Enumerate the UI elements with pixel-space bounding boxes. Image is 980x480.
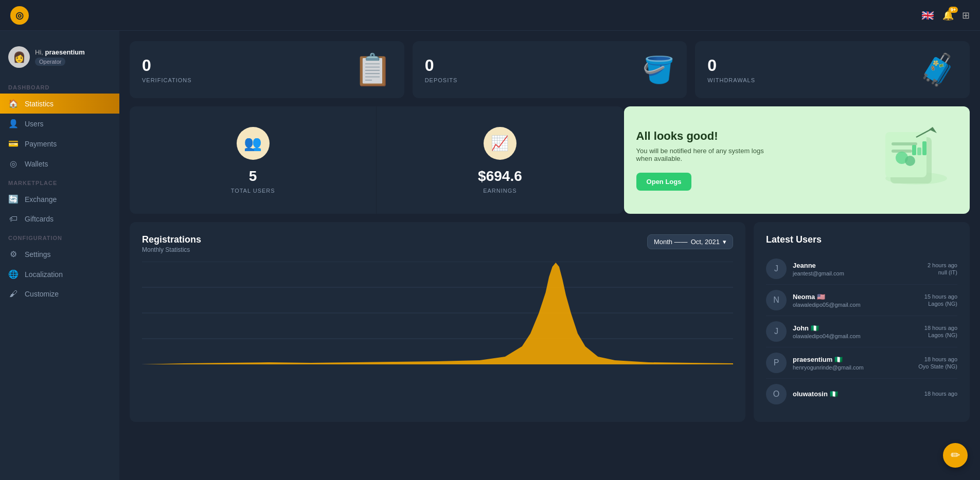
withdrawals-illustration: 🧳 [919,51,957,88]
user-info-jeanne: Jeanne jeantest@gmail.com [793,262,921,276]
user-role: Operator [35,58,65,66]
svg-rect-8 [917,147,921,155]
open-logs-button[interactable]: Open Logs [636,173,692,191]
user-ago: 18 hours ago [924,391,957,397]
registrations-subtitle: Monthly Statistics [142,246,201,253]
svg-rect-9 [922,141,926,155]
user-row-john: J John 🇳🇬 olawaledipo04@gmail.com 18 hou… [766,316,957,347]
user-time-john: 18 hours ago Lagos (NG) [924,325,957,338]
verifications-illustration: 📋 [353,51,392,88]
user-info-john: John 🇳🇬 olawaledipo04@gmail.com [793,324,918,339]
svg-rect-7 [912,145,916,155]
sidebar-item-settings[interactable]: ⚙ Settings [0,244,119,264]
payments-icon: 💳 [8,139,19,149]
user-avatar-neoma: N [766,290,787,310]
sidebar-item-giftcards[interactable]: 🏷 Giftcards [0,209,119,229]
avatar: 👩 [8,46,30,68]
user-info: Hi, praesentium Operator [35,48,85,66]
user-row-oluwatosin: O oluwatosin 🇳🇬 18 hours ago [766,379,957,410]
sidebar-item-exchange[interactable]: 🔄 Exchange [0,189,119,209]
sidebar-item-localization[interactable]: 🌐 Localization [0,264,119,284]
sidebar-item-label: Wallets [25,160,48,168]
home-icon: 🏠 [8,99,19,108]
exchange-icon: 🔄 [8,194,19,204]
logo-symbol: ◎ [15,10,24,21]
total-users-label: TOTAL USERS [231,188,275,194]
language-flag[interactable]: 🇬🇧 [921,9,934,22]
alg-content: All looks good! You will be notified her… [636,130,875,191]
wallets-icon: ◎ [8,159,19,169]
sidebar-item-payments[interactable]: 💳 Payments [0,134,119,154]
user-time-praesentium: 18 hours ago Oyo State (NG) [918,356,957,370]
month-selector[interactable]: Month —— Oct, 2021 ▾ [647,234,733,249]
deposits-illustration: 🪣 [643,55,674,85]
stat-card-verifications: 0 VERIFICATIONS 📋 [130,41,404,98]
section-label-dashboard: DASHBOARD [0,78,119,94]
users-metric-icon: 👥 [237,127,270,160]
middle-row: 👥 5 TOTAL USERS 📈 $694.6 EARNINGS All lo… [130,106,970,214]
bottom-row: Registrations Monthly Statistics Month —… [130,222,970,422]
registrations-chart [142,262,733,364]
logo[interactable]: ◎ [10,6,29,25]
alg-title: All looks good! [636,130,875,143]
withdrawals-label: WITHDRAWALS [707,77,755,83]
user-ago: 18 hours ago [924,325,957,331]
month-label-text: Month —— [654,238,688,246]
settings-icon: ⚙ [8,249,19,259]
alg-illustration [875,122,957,198]
notification-badge: 9+ [949,7,958,13]
user-location: Oyo State (NG) [918,363,957,370]
sidebar-item-customize[interactable]: 🖌 Customize [0,284,119,304]
user-location: Lagos (NG) [924,301,957,307]
localization-icon: 🌐 [8,269,19,279]
user-info-neoma: Neoma 🇺🇸 olawaledipo05@gmail.com [793,293,918,308]
sidebar-item-label: Payments [25,140,57,148]
topbar-right: 🇬🇧 🔔 9+ ⊞ [921,9,970,22]
user-row-praesentium: P praesentium 🇳🇬 henryogunrinde@gmail.co… [766,347,957,379]
notification-button[interactable]: 🔔 9+ [942,10,954,21]
user-location: Lagos (NG) [924,332,957,338]
user-time-jeanne: 2 hours ago null (IT) [928,262,957,275]
registrations-card: Registrations Monthly Statistics Month —… [130,222,745,422]
user-info-oluwatosin: oluwatosin 🇳🇬 [793,390,918,399]
latest-users-card: Latest Users J Jeanne jeantest@gmail.com… [754,222,970,422]
earnings-metric-icon: 📈 [484,127,516,160]
deposits-label: DEPOSITS [425,77,458,83]
user-email: henryogunrinde@gmail.com [793,364,912,371]
sidebar-item-wallets[interactable]: ◎ Wallets [0,154,119,174]
earnings-label: EARNINGS [483,188,516,194]
sidebar-item-statistics[interactable]: 🏠 Statistics [0,94,119,114]
chevron-down-icon: ▾ [723,238,726,246]
grid-menu-button[interactable]: ⊞ [962,10,970,21]
svg-point-6 [905,156,915,166]
verifications-label: VERIFICATIONS [142,77,192,83]
user-card: 👩 Hi, praesentium Operator [0,41,119,78]
topbar: ◎ 🇬🇧 🔔 9+ ⊞ [0,0,980,31]
sidebar-item-label: Giftcards [25,215,54,223]
user-avatar-jeanne: J [766,259,787,279]
user-ago: 2 hours ago [928,262,957,268]
earnings-value: $694.6 [478,168,522,184]
latest-users-title: Latest Users [766,234,957,245]
user-name: praesentium 🇳🇬 [793,356,912,363]
user-row-jeanne: J Jeanne jeantest@gmail.com 2 hours ago … [766,253,957,285]
sidebar-item-users[interactable]: 👤 Users [0,114,119,134]
total-users-value: 5 [249,168,257,184]
month-value: Oct, 2021 [691,238,720,246]
user-email: jeantest@gmail.com [793,270,921,276]
username: praesentium [45,48,85,56]
users-icon: 👤 [8,119,19,128]
all-looks-good-card: All looks good! You will be notified her… [624,106,970,214]
sidebar-item-label: Statistics [25,100,54,108]
user-avatar-praesentium: P [766,353,787,373]
registrations-title: Registrations [142,234,201,245]
section-label-marketplace: MARKETPLACE [0,174,119,189]
fab-button[interactable]: ✏ [943,443,968,468]
stats-top-row: 0 VERIFICATIONS 📋 0 DEPOSITS 🪣 0 WITHDRA… [130,41,970,98]
metric-card-earnings: 📈 $694.6 EARNINGS [377,106,623,214]
giftcards-icon: 🏷 [8,214,19,224]
greeting: Hi, praesentium [35,48,85,56]
user-avatar-john: J [766,321,787,342]
user-row-neoma: N Neoma 🇺🇸 olawaledipo05@gmail.com 15 ho… [766,285,957,316]
sidebar-item-label: Localization [25,270,63,279]
